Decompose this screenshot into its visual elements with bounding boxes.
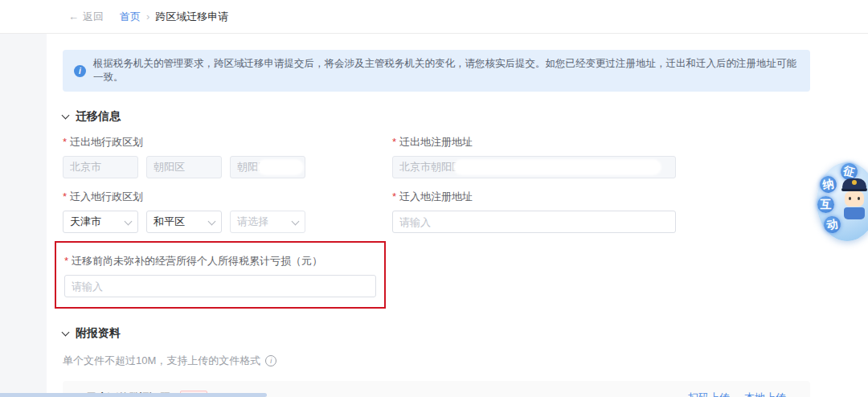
loss-input[interactable] xyxy=(64,275,376,297)
highlight-box: *迁移前尚未弥补的经营所得个人所得税累计亏损（元） xyxy=(55,241,386,309)
back-label: 返回 xyxy=(83,10,104,24)
tax-mascot-icon xyxy=(841,178,868,230)
top-bar: ← 返回 首页 › 跨区域迁移申请 xyxy=(0,0,868,34)
chevron-down-icon xyxy=(292,217,300,225)
in-address-label: *迁入地注册地址 xyxy=(392,190,868,204)
redaction-blob xyxy=(455,161,660,174)
in-region-field: *迁入地行政区划 天津市 和平区 请选择 xyxy=(63,178,392,233)
required-mark: * xyxy=(392,136,396,148)
out-address-label: *迁出地注册地址 xyxy=(392,135,868,149)
widget-char: 互 xyxy=(817,196,834,213)
info-icon: i xyxy=(74,65,86,77)
out-region-field: *迁出地行政区划 xyxy=(63,124,392,178)
out-region-label: *迁出地行政区划 xyxy=(63,135,392,149)
out-address-field: *迁出地注册地址 xyxy=(392,124,868,178)
required-mark: * xyxy=(63,136,67,148)
required-mark: * xyxy=(64,255,68,267)
section-migration-header[interactable]: 迁移信息 xyxy=(63,109,868,124)
breadcrumb-separator-icon: › xyxy=(146,10,149,23)
breadcrumb-home[interactable]: 首页 xyxy=(120,10,141,24)
in-address-field: *迁入地注册地址 xyxy=(392,178,868,233)
loss-field-label: *迁移前尚未弥补的经营所得个人所得税累计亏损（元） xyxy=(64,254,376,268)
in-region-label: *迁入地行政区划 xyxy=(63,190,392,204)
back-button[interactable]: ← 返回 xyxy=(68,10,104,24)
chevron-down-icon xyxy=(62,111,70,119)
tax-interaction-widget[interactable]: 征 纳 互 动 xyxy=(817,162,868,241)
horizontal-scrollbar[interactable] xyxy=(0,393,267,397)
breadcrumb-current: 跨区域迁移申请 xyxy=(155,10,228,24)
required-mark: * xyxy=(392,190,396,203)
in-city-select[interactable]: 和平区 xyxy=(146,211,222,233)
chevron-down-icon xyxy=(208,217,216,225)
chevron-down-icon xyxy=(125,217,133,225)
section-migration-title: 迁移信息 xyxy=(76,109,121,124)
format-info-icon[interactable]: i xyxy=(265,355,276,366)
chevron-down-icon xyxy=(62,328,70,336)
out-province-input xyxy=(63,156,138,178)
in-province-select[interactable]: 天津市 xyxy=(63,211,138,233)
section-attachments-header[interactable]: 附报资料 xyxy=(63,326,868,341)
out-city-input xyxy=(146,156,222,178)
main-content: i 根据税务机关的管理要求，跨区域迁移申请提交后，将会涉及主管税务机关的变化，请… xyxy=(47,34,868,397)
back-arrow-icon: ← xyxy=(68,10,79,23)
left-gutter xyxy=(0,34,47,397)
in-address-input[interactable] xyxy=(392,211,676,233)
info-banner-text: 根据税务机关的管理要求，跨区域迁移申请提交后，将会涉及主管税务机关的变化，请您核… xyxy=(93,57,799,84)
redaction-blob xyxy=(259,161,302,174)
section-attachments-title: 附报资料 xyxy=(76,326,121,341)
info-banner: i 根据税务机关的管理要求，跨区域迁移申请提交后，将会涉及主管税务机关的变化，请… xyxy=(63,50,810,92)
upload-hint: 单个文件不超过10M，支持上传的文件格式 i xyxy=(63,354,868,368)
in-district-select[interactable]: 请选择 xyxy=(230,211,305,233)
local-upload-link[interactable]: 本地上传 xyxy=(744,391,786,397)
required-mark: * xyxy=(63,190,67,203)
migration-form: *迁出地行政区划 *迁出地注册地址 xyxy=(63,124,868,233)
scan-upload-link[interactable]: 扫码上传 xyxy=(688,391,730,397)
